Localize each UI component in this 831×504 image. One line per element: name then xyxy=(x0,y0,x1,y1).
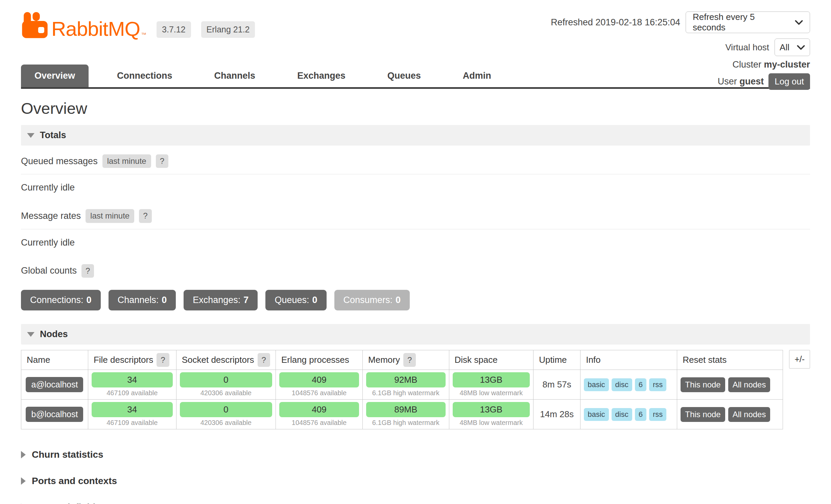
trademark-symbol: ™ xyxy=(141,32,146,38)
node-row: a@localhost 34467109 available 0420306 a… xyxy=(21,370,783,400)
channels-count-button[interactable]: Channels:0 xyxy=(109,290,176,310)
erlang-processes-cell: 4091048576 available xyxy=(276,370,362,400)
node-name-link[interactable]: a@localhost xyxy=(26,377,83,392)
global-counts-header: Global counts ? xyxy=(21,255,810,284)
chevron-down-icon xyxy=(797,45,805,50)
nodes-table-wrap: Name File descriptors? Socket descriptor… xyxy=(21,350,810,429)
global-counts-label: Global counts xyxy=(21,266,77,276)
reset-all-nodes-button[interactable]: All nodes xyxy=(728,407,770,422)
erlang-processes-cell: 4091048576 available xyxy=(276,400,362,429)
help-icon[interactable]: ? xyxy=(139,209,151,223)
tab-exchanges[interactable]: Exchanges xyxy=(284,65,359,87)
metric-sub: 420306 available xyxy=(180,389,272,397)
page-title: Overview xyxy=(21,99,810,118)
info-cell: basicdisc6rss xyxy=(580,370,677,400)
collapse-arrow-icon xyxy=(27,133,34,138)
cluster-info: Cluster my-cluster xyxy=(732,59,810,70)
queued-messages-status: Currently idle xyxy=(21,174,810,200)
tab-channels[interactable]: Channels xyxy=(201,65,269,87)
info-tag: rss xyxy=(649,408,666,421)
nodes-header-row: Name File descriptors? Socket descriptor… xyxy=(21,350,783,370)
virtual-host-select[interactable]: All xyxy=(775,39,810,56)
tab-queues[interactable]: Queues xyxy=(374,65,434,87)
help-icon[interactable]: ? xyxy=(156,154,168,168)
count-label: Exchanges: xyxy=(193,295,240,305)
message-rates-label: Message rates xyxy=(21,211,81,221)
metric-bar: 409 xyxy=(279,372,359,387)
refresh-row: Refreshed 2019-02-18 16:25:04 Refresh ev… xyxy=(551,11,810,33)
queued-messages-label: Queued messages xyxy=(21,156,98,167)
file-descriptors-cell: 34467109 available xyxy=(88,370,176,400)
uptime-cell: 14m 28s xyxy=(533,400,580,429)
exchanges-count-button[interactable]: Exchanges:7 xyxy=(184,290,258,310)
collapse-arrow-icon xyxy=(27,332,34,337)
metric-bar: 34 xyxy=(92,402,173,417)
count-value: 0 xyxy=(87,295,92,305)
reset-this-node-button[interactable]: This node xyxy=(681,377,725,392)
tab-connections[interactable]: Connections xyxy=(103,65,186,87)
ports-and-contexts-section-header[interactable]: Ports and contexts xyxy=(21,468,810,494)
disk-space-cell: 13GB48MB low watermark xyxy=(449,400,533,429)
help-icon[interactable]: ? xyxy=(81,264,94,278)
erlang-version-badge: Erlang 21.2 xyxy=(201,21,255,38)
rabbitmq-management-page: RabbitMQ ™ 3.7.12 Erlang 21.2 Refreshed … xyxy=(0,0,831,504)
cluster-user-info: Cluster my-cluster User guest Log out xyxy=(718,59,810,90)
user-info-row: User guest Log out xyxy=(718,73,810,90)
logo-wordmark: RabbitMQ xyxy=(51,19,140,39)
churn-statistics-section-header[interactable]: Churn statistics xyxy=(21,442,810,468)
count-value: 7 xyxy=(243,295,248,305)
node-name-cell: a@localhost xyxy=(21,370,88,400)
column-socket-descriptors: Socket descriptors? xyxy=(176,350,276,370)
refresh-interval-select[interactable]: Refresh every 5 seconds xyxy=(686,11,810,33)
info-tag: rss xyxy=(649,378,666,391)
global-counts-row: Connections:0 Channels:0 Exchanges:7 Que… xyxy=(21,290,810,310)
disk-space-cell: 13GB48MB low watermark xyxy=(449,370,533,400)
info-tag: 6 xyxy=(635,378,646,391)
metric-sub: 1048576 available xyxy=(279,419,359,427)
column-reset-stats: Reset stats xyxy=(677,350,783,370)
tab-admin[interactable]: Admin xyxy=(449,65,505,87)
help-icon[interactable]: ? xyxy=(157,353,169,367)
virtual-host-value: All xyxy=(780,42,789,53)
metric-sub: 1048576 available xyxy=(279,389,359,397)
tab-overview[interactable]: Overview xyxy=(21,65,89,87)
section-label: Churn statistics xyxy=(32,449,103,460)
uptime-cell: 8m 57s xyxy=(533,370,580,400)
count-label: Queues: xyxy=(275,295,309,305)
connections-count-button[interactable]: Connections:0 xyxy=(21,290,101,310)
nodes-section: Nodes Name File descriptors? Socket desc… xyxy=(21,324,810,429)
help-icon[interactable]: ? xyxy=(403,353,416,367)
rabbitmq-logo[interactable]: RabbitMQ ™ 3.7.12 Erlang 21.2 xyxy=(21,11,255,39)
reset-all-nodes-button[interactable]: All nodes xyxy=(728,377,770,392)
metric-sub: 6.1GB high watermark xyxy=(366,389,446,397)
column-file-descriptors: File descriptors? xyxy=(88,350,176,370)
socket-descriptors-cell: 0420306 available xyxy=(176,370,276,400)
cluster-label: Cluster xyxy=(732,59,761,70)
logout-button[interactable]: Log out xyxy=(768,73,810,90)
cluster-name: my-cluster xyxy=(764,59,810,70)
count-label: Connections: xyxy=(30,295,84,305)
rates-rate-window-badge[interactable]: last minute xyxy=(86,209,134,223)
tab-bar: Overview Connections Channels Exchanges … xyxy=(21,65,520,87)
count-value: 0 xyxy=(162,295,167,305)
reset-this-node-button[interactable]: This node xyxy=(681,407,725,422)
nodes-section-header[interactable]: Nodes xyxy=(21,324,810,345)
rabbitmq-logo-icon xyxy=(21,11,49,39)
column-selector-button[interactable]: +/- xyxy=(789,350,810,369)
node-row: b@localhost 34467109 available 0420306 a… xyxy=(21,400,783,429)
memory-cell: 89MB6.1GB high watermark xyxy=(363,400,449,429)
totals-section: Totals Queued messages last minute ? Cur… xyxy=(21,125,810,310)
count-value: 0 xyxy=(312,295,317,305)
header-right: Refreshed 2019-02-18 16:25:04 Refresh ev… xyxy=(551,11,810,56)
totals-section-header[interactable]: Totals xyxy=(21,125,810,146)
queued-rate-window-badge[interactable]: last minute xyxy=(102,154,151,168)
info-tag: basic xyxy=(584,408,609,421)
node-name-link[interactable]: b@localhost xyxy=(26,407,83,422)
main-nav: Overview Connections Channels Exchanges … xyxy=(21,59,810,87)
help-icon[interactable]: ? xyxy=(258,353,270,367)
export-definitions-section-header[interactable]: Export definitions xyxy=(21,494,810,504)
queues-count-button[interactable]: Queues:0 xyxy=(265,290,326,310)
memory-cell: 92MB6.1GB high watermark xyxy=(363,370,449,400)
reset-stats-cell: This nodeAll nodes xyxy=(677,370,783,400)
section-label: Ports and contexts xyxy=(32,476,117,486)
